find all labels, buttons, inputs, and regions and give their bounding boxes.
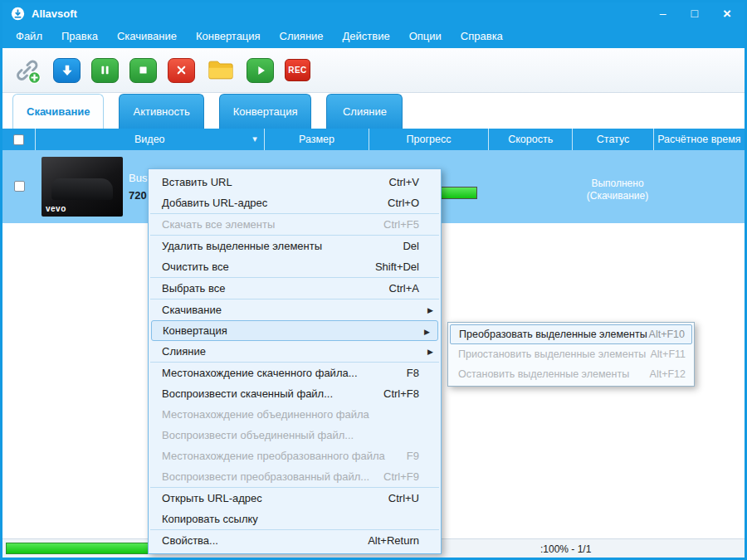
menu-item-open-url[interactable]: Открыть URL-адрес Ctrl+U: [149, 488, 441, 509]
window-title: Allavsoft: [32, 7, 77, 20]
menu-merge[interactable]: Слияние: [280, 30, 324, 42]
menu-item-label: Очистить все: [162, 261, 229, 273]
column-status: Статус: [573, 129, 653, 150]
menu-item-shortcut: Ctrl+A: [389, 282, 419, 295]
menu-item-label: Конвертация: [163, 324, 227, 337]
tab-activity[interactable]: Активность: [119, 94, 203, 129]
menu-item-downloaded-file-location[interactable]: Местонахождение скаченного файла... F8: [149, 363, 441, 383]
menu-item-paste-url[interactable]: Вставить URL Ctrl+V: [149, 172, 441, 192]
stop-icon: [137, 64, 149, 76]
link-plus-icon: [13, 56, 42, 85]
pause-icon: [99, 64, 111, 76]
menu-item-select-all[interactable]: Выбрать все Ctrl+A: [149, 278, 441, 299]
tab-merge[interactable]: Слияние: [326, 94, 403, 129]
minimize-button[interactable]: –: [660, 7, 666, 19]
close-button[interactable]: ×: [723, 7, 731, 21]
menu-item-shortcut: Ctrl+F9: [383, 470, 419, 483]
menu-item-shortcut: Ctrl+O: [388, 197, 419, 209]
menu-item-shortcut: F8: [407, 367, 419, 379]
menu-item-shortcut: Ctrl+U: [388, 492, 419, 504]
menu-item-label: Копировать ссылку: [162, 513, 258, 525]
menu-item-label: Воспроизвести объединенный файл...: [162, 429, 354, 441]
row-status-line2: (Скачивание): [577, 190, 658, 202]
play-button[interactable]: [247, 58, 274, 83]
window-controls: – □ ×: [660, 7, 736, 21]
menu-item-label: Открыть URL-адрес: [162, 492, 262, 504]
submenu-arrow-icon: ▶: [427, 348, 433, 356]
menu-item-shortcut: Alt+F12: [650, 368, 686, 380]
menu-item-label: Преобразовать выделенные элементы: [459, 329, 647, 340]
total-progress-text: :100% - 1/1: [540, 543, 591, 555]
column-speed: Скорость: [489, 129, 573, 150]
column-video-label: Видео: [134, 134, 165, 145]
menu-item-shortcut: Alt+F11: [651, 348, 686, 360]
pause-button[interactable]: [91, 58, 119, 83]
row-checkbox[interactable]: [14, 181, 25, 192]
folder-icon: [208, 60, 234, 80]
tab-download[interactable]: Скачивание: [12, 94, 104, 129]
tab-convert[interactable]: Конвертация: [219, 94, 312, 129]
thumbnail-car-shape: [51, 178, 113, 200]
download-button[interactable]: [53, 58, 81, 83]
menu-item-label: Выбрать все: [162, 282, 225, 295]
delete-x-icon: [175, 64, 188, 76]
video-sort-dropdown-icon[interactable]: ▾: [252, 134, 257, 144]
video-thumbnail: vevo: [42, 157, 123, 217]
row-status-line1: Выполнено: [577, 178, 658, 190]
column-size: Размер: [265, 129, 369, 150]
menu-item-play-downloaded-file[interactable]: Воспроизвести скаченный файл... Ctrl+F8: [149, 383, 441, 404]
submenu-item-pause-selected: Приостановить выделенные элементы Alt+F1…: [450, 344, 692, 364]
menu-item-delete-selected[interactable]: Удалить выделенные элементы Del: [149, 236, 441, 256]
delete-button[interactable]: [168, 58, 195, 83]
menu-item-merge-submenu[interactable]: Слияние ▶: [149, 341, 441, 362]
menu-download[interactable]: Скачивание: [117, 30, 177, 42]
record-button[interactable]: REC: [285, 59, 310, 81]
column-video: Видео ▾: [36, 129, 265, 150]
menu-help[interactable]: Справка: [461, 30, 503, 42]
menu-convert[interactable]: Конвертация: [196, 30, 261, 42]
row-status: Выполнено (Скачивание): [577, 178, 658, 202]
menu-options[interactable]: Опции: [409, 30, 442, 42]
submenu-item-stop-selected: Остановить выделенные элементы Alt+F12: [450, 364, 692, 384]
menu-item-add-url[interactable]: Добавить URL-адрес Ctrl+O: [149, 192, 441, 213]
toolbar: REC: [2, 48, 745, 93]
menu-item-merged-file-location: Местонахождение объединенного файла: [149, 404, 441, 425]
menu-item-label: Свойства...: [162, 534, 218, 547]
menu-item-shortcut: Ctrl+F5: [383, 218, 419, 231]
menu-item-label: Вставить URL: [162, 176, 232, 188]
menu-action[interactable]: Действие: [343, 30, 390, 42]
menu-item-download-all: Скачать все элементы Ctrl+F5: [149, 214, 441, 235]
column-progress: Прогресс: [369, 129, 489, 150]
open-folder-button[interactable]: [206, 57, 236, 84]
menu-item-shortcut: Ctrl+F8: [383, 387, 419, 400]
menu-item-label: Приостановить выделенные элементы: [458, 348, 646, 360]
menu-item-clear-all[interactable]: Очистить все Shift+Del: [149, 256, 441, 277]
menu-item-convert-submenu[interactable]: Конвертация ▶: [151, 320, 438, 341]
add-url-button[interactable]: [12, 57, 42, 84]
app-logo-icon: [11, 7, 25, 21]
menu-item-copy-link[interactable]: Копировать ссылку: [149, 509, 441, 529]
menu-item-shortcut: Alt+Return: [368, 534, 419, 547]
menu-edit[interactable]: Правка: [61, 30, 98, 42]
menu-item-shortcut: Alt+F10: [649, 329, 685, 340]
select-all-cell: [2, 129, 36, 150]
menu-item-label: Остановить выделенные элементы: [458, 368, 629, 380]
app-window: Allavsoft – □ × Файл Правка Скачивание К…: [0, 0, 747, 560]
menu-item-properties[interactable]: Свойства... Alt+Return: [149, 530, 441, 551]
video-quality: 720: [129, 189, 147, 202]
maximize-button[interactable]: □: [691, 7, 698, 19]
menu-item-converted-file-location: Местонахождение преобразованного файла F…: [149, 446, 441, 466]
menu-item-shortcut: Del: [403, 240, 419, 252]
submenu-arrow-icon: ▶: [424, 328, 430, 336]
select-all-checkbox[interactable]: [13, 134, 24, 145]
menu-item-label: Местонахождение скаченного файла...: [162, 367, 358, 379]
menu-item-label: Местонахождение объединенного файла: [162, 408, 369, 421]
stop-button[interactable]: [129, 58, 157, 83]
menubar: Файл Правка Скачивание Конвертация Слиян…: [2, 24, 745, 48]
menu-file[interactable]: Файл: [16, 30, 42, 42]
menu-item-download-submenu[interactable]: Скачивание ▶: [149, 299, 441, 320]
convert-submenu: Преобразовать выделенные элементы Alt+F1…: [447, 322, 695, 387]
menu-item-label: Добавить URL-адрес: [162, 197, 267, 209]
submenu-item-convert-selected[interactable]: Преобразовать выделенные элементы Alt+F1…: [450, 324, 692, 344]
column-eta: Расчётное время: [654, 129, 745, 150]
